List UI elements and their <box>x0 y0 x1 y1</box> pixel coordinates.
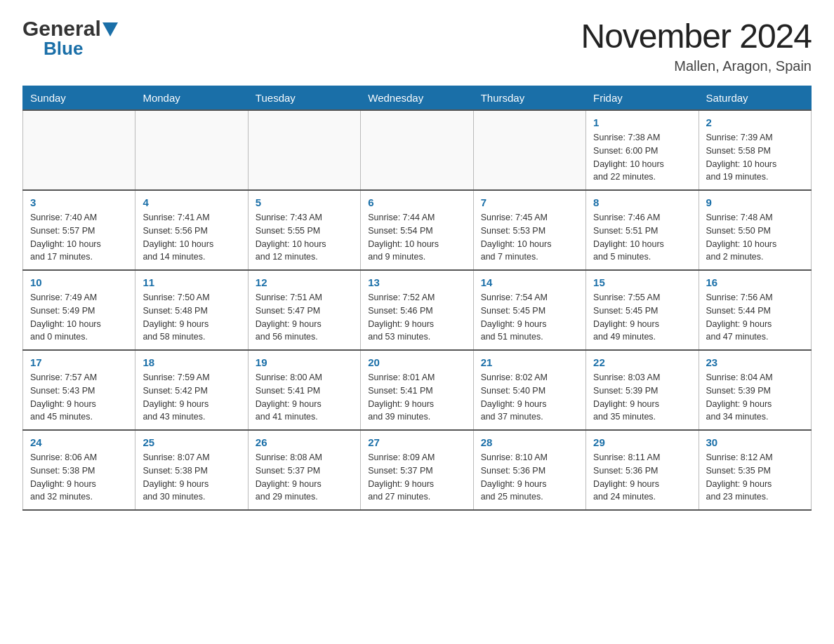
page-header: General Blue November 2024 Mallen, Arago… <box>22 17 812 74</box>
logo-blue-text: Blue <box>44 38 83 59</box>
calendar-cell: 6Sunrise: 7:44 AM Sunset: 5:54 PM Daylig… <box>361 190 473 270</box>
calendar-cell <box>473 110 585 190</box>
calendar-week-2: 3Sunrise: 7:40 AM Sunset: 5:57 PM Daylig… <box>23 190 812 270</box>
day-info: Sunrise: 7:59 AM Sunset: 5:42 PM Dayligh… <box>143 371 240 424</box>
calendar-cell: 7Sunrise: 7:45 AM Sunset: 5:53 PM Daylig… <box>473 190 585 270</box>
day-number: 14 <box>481 276 578 288</box>
calendar-cell <box>248 110 360 190</box>
day-number: 7 <box>481 196 578 208</box>
day-info: Sunrise: 7:43 AM Sunset: 5:55 PM Dayligh… <box>256 211 353 264</box>
day-number: 21 <box>481 356 578 368</box>
day-info: Sunrise: 8:08 AM Sunset: 5:37 PM Dayligh… <box>256 451 353 504</box>
day-number: 28 <box>481 436 578 448</box>
calendar-header-tuesday: Tuesday <box>248 86 360 111</box>
day-number: 25 <box>143 436 240 448</box>
day-number: 22 <box>593 356 691 368</box>
day-info: Sunrise: 7:40 AM Sunset: 5:57 PM Dayligh… <box>30 211 128 264</box>
calendar-header-row: SundayMondayTuesdayWednesdayThursdayFrid… <box>23 86 812 111</box>
day-info: Sunrise: 7:54 AM Sunset: 5:45 PM Dayligh… <box>481 291 578 344</box>
calendar-cell: 14Sunrise: 7:54 AM Sunset: 5:45 PM Dayli… <box>473 270 585 350</box>
calendar-cell: 30Sunrise: 8:12 AM Sunset: 5:35 PM Dayli… <box>699 430 811 510</box>
day-number: 23 <box>706 356 804 368</box>
calendar-cell: 25Sunrise: 8:07 AM Sunset: 5:38 PM Dayli… <box>135 430 248 510</box>
calendar-cell <box>23 110 135 190</box>
day-number: 12 <box>256 276 353 288</box>
calendar-cell: 11Sunrise: 7:50 AM Sunset: 5:48 PM Dayli… <box>135 270 248 350</box>
calendar-header-monday: Monday <box>135 86 248 111</box>
calendar-cell: 8Sunrise: 7:46 AM Sunset: 5:51 PM Daylig… <box>586 190 699 270</box>
day-info: Sunrise: 8:09 AM Sunset: 5:37 PM Dayligh… <box>368 451 465 504</box>
day-info: Sunrise: 7:55 AM Sunset: 5:45 PM Dayligh… <box>593 291 691 344</box>
day-number: 2 <box>706 116 804 128</box>
day-info: Sunrise: 7:46 AM Sunset: 5:51 PM Dayligh… <box>593 211 691 264</box>
calendar-cell: 22Sunrise: 8:03 AM Sunset: 5:39 PM Dayli… <box>586 350 699 430</box>
calendar-cell: 2Sunrise: 7:39 AM Sunset: 5:58 PM Daylig… <box>699 110 811 190</box>
logo: General Blue <box>22 17 118 60</box>
day-info: Sunrise: 8:03 AM Sunset: 5:39 PM Dayligh… <box>593 371 691 424</box>
calendar-header-friday: Friday <box>586 86 699 111</box>
day-number: 3 <box>30 196 128 208</box>
day-number: 10 <box>30 276 128 288</box>
calendar-cell: 12Sunrise: 7:51 AM Sunset: 5:47 PM Dayli… <box>248 270 360 350</box>
title-block: November 2024 Mallen, Aragon, Spain <box>581 17 812 74</box>
calendar-header-wednesday: Wednesday <box>361 86 473 111</box>
calendar-week-3: 10Sunrise: 7:49 AM Sunset: 5:49 PM Dayli… <box>23 270 812 350</box>
day-info: Sunrise: 8:07 AM Sunset: 5:38 PM Dayligh… <box>143 451 240 504</box>
day-info: Sunrise: 7:56 AM Sunset: 5:44 PM Dayligh… <box>706 291 804 344</box>
day-number: 8 <box>593 196 691 208</box>
calendar-header-sunday: Sunday <box>23 86 135 111</box>
svg-marker-0 <box>102 22 118 36</box>
day-info: Sunrise: 7:41 AM Sunset: 5:56 PM Dayligh… <box>143 211 240 264</box>
calendar-cell: 17Sunrise: 7:57 AM Sunset: 5:43 PM Dayli… <box>23 350 135 430</box>
day-number: 18 <box>143 356 240 368</box>
calendar-week-5: 24Sunrise: 8:06 AM Sunset: 5:38 PM Dayli… <box>23 430 812 510</box>
day-info: Sunrise: 7:45 AM Sunset: 5:53 PM Dayligh… <box>481 211 578 264</box>
day-number: 1 <box>593 116 691 128</box>
calendar-cell: 5Sunrise: 7:43 AM Sunset: 5:55 PM Daylig… <box>248 190 360 270</box>
day-info: Sunrise: 8:01 AM Sunset: 5:41 PM Dayligh… <box>368 371 465 424</box>
calendar-cell: 18Sunrise: 7:59 AM Sunset: 5:42 PM Dayli… <box>135 350 248 430</box>
calendar-header-saturday: Saturday <box>699 86 811 111</box>
day-number: 16 <box>706 276 804 288</box>
day-info: Sunrise: 8:10 AM Sunset: 5:36 PM Dayligh… <box>481 451 578 504</box>
calendar-cell: 23Sunrise: 8:04 AM Sunset: 5:39 PM Dayli… <box>699 350 811 430</box>
calendar-cell: 21Sunrise: 8:02 AM Sunset: 5:40 PM Dayli… <box>473 350 585 430</box>
day-number: 9 <box>706 196 804 208</box>
day-info: Sunrise: 7:39 AM Sunset: 5:58 PM Dayligh… <box>706 131 804 184</box>
day-info: Sunrise: 7:49 AM Sunset: 5:49 PM Dayligh… <box>30 291 128 344</box>
location-title: Mallen, Aragon, Spain <box>581 58 812 74</box>
day-number: 13 <box>368 276 465 288</box>
logo-triangle-icon <box>102 22 118 36</box>
month-title: November 2024 <box>581 17 812 55</box>
calendar-cell: 28Sunrise: 8:10 AM Sunset: 5:36 PM Dayli… <box>473 430 585 510</box>
day-info: Sunrise: 7:52 AM Sunset: 5:46 PM Dayligh… <box>368 291 465 344</box>
day-info: Sunrise: 7:51 AM Sunset: 5:47 PM Dayligh… <box>256 291 353 344</box>
calendar-header-thursday: Thursday <box>473 86 585 111</box>
day-number: 27 <box>368 436 465 448</box>
calendar-table: SundayMondayTuesdayWednesdayThursdayFrid… <box>22 86 812 511</box>
logo-general-text: General <box>22 17 101 41</box>
day-info: Sunrise: 8:04 AM Sunset: 5:39 PM Dayligh… <box>706 371 804 424</box>
calendar-week-4: 17Sunrise: 7:57 AM Sunset: 5:43 PM Dayli… <box>23 350 812 430</box>
day-info: Sunrise: 7:50 AM Sunset: 5:48 PM Dayligh… <box>143 291 240 344</box>
calendar-cell <box>361 110 473 190</box>
day-info: Sunrise: 8:02 AM Sunset: 5:40 PM Dayligh… <box>481 371 578 424</box>
calendar-cell: 10Sunrise: 7:49 AM Sunset: 5:49 PM Dayli… <box>23 270 135 350</box>
day-info: Sunrise: 7:44 AM Sunset: 5:54 PM Dayligh… <box>368 211 465 264</box>
calendar-cell: 27Sunrise: 8:09 AM Sunset: 5:37 PM Dayli… <box>361 430 473 510</box>
calendar-cell: 24Sunrise: 8:06 AM Sunset: 5:38 PM Dayli… <box>23 430 135 510</box>
day-number: 6 <box>368 196 465 208</box>
day-info: Sunrise: 7:38 AM Sunset: 6:00 PM Dayligh… <box>593 131 691 184</box>
day-number: 17 <box>30 356 128 368</box>
day-info: Sunrise: 8:11 AM Sunset: 5:36 PM Dayligh… <box>593 451 691 504</box>
day-info: Sunrise: 8:06 AM Sunset: 5:38 PM Dayligh… <box>30 451 128 504</box>
day-number: 24 <box>30 436 128 448</box>
day-info: Sunrise: 7:48 AM Sunset: 5:50 PM Dayligh… <box>706 211 804 264</box>
calendar-cell: 26Sunrise: 8:08 AM Sunset: 5:37 PM Dayli… <box>248 430 360 510</box>
day-number: 29 <box>593 436 691 448</box>
calendar-cell: 16Sunrise: 7:56 AM Sunset: 5:44 PM Dayli… <box>699 270 811 350</box>
day-number: 15 <box>593 276 691 288</box>
day-number: 19 <box>256 356 353 368</box>
day-number: 11 <box>143 276 240 288</box>
calendar-cell <box>135 110 248 190</box>
